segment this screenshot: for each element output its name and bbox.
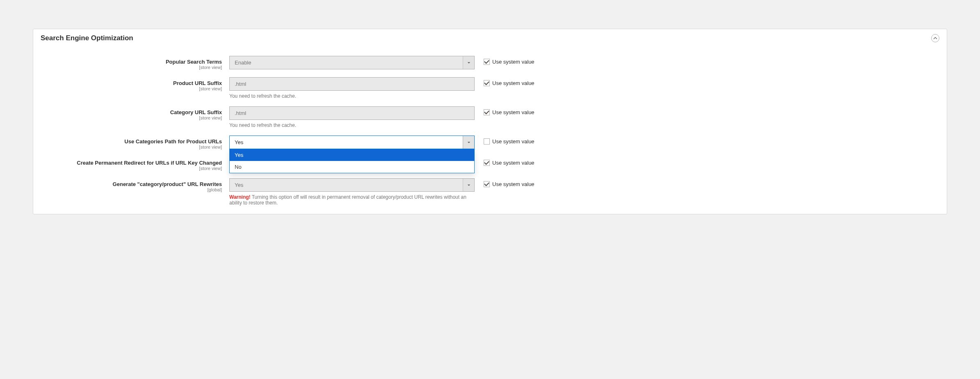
chevron-down-icon: [467, 141, 471, 144]
use-system-label: Use system value: [492, 160, 535, 166]
dropdown-option-no[interactable]: No: [230, 161, 474, 173]
dropdown-list: Yes No: [229, 149, 475, 173]
label-text: Product URL Suffix: [41, 80, 222, 86]
chevron-down-icon: [467, 184, 471, 187]
row-use-categories-path: Use Categories Path for Product URLs [st…: [41, 136, 939, 149]
label-text: Category URL Suffix: [41, 109, 222, 115]
use-system-label: Use system value: [492, 181, 535, 187]
row-create-redirect: Create Permanent Redirect for URLs if UR…: [41, 157, 939, 171]
scope-text: [global]: [41, 187, 222, 192]
field-label: Create Permanent Redirect for URLs if UR…: [41, 157, 229, 171]
dropdown-arrow: [463, 56, 474, 69]
label-text: Create Permanent Redirect for URLs if UR…: [41, 160, 222, 166]
field-control: You need to refresh the cache.: [229, 106, 475, 128]
row-category-url-suffix: Category URL Suffix [store view] You nee…: [41, 106, 939, 128]
chevron-down-icon: [467, 61, 471, 64]
label-text: Use Categories Path for Product URLs: [41, 138, 222, 145]
field-label: Use Categories Path for Product URLs [st…: [41, 136, 229, 149]
seo-panel: Search Engine Optimization Popular Searc…: [33, 29, 947, 214]
label-text: Generate "category/product" URL Rewrites: [41, 181, 222, 187]
field-side: Use system value: [475, 157, 535, 166]
field-side: Use system value: [475, 77, 535, 86]
use-system-label: Use system value: [492, 59, 535, 65]
use-categories-path-select[interactable]: Yes: [229, 136, 475, 149]
warning-body: Turning this option off will result in p…: [229, 194, 466, 206]
use-system-checkbox[interactable]: [484, 59, 490, 65]
select-value: Yes: [230, 139, 463, 145]
panel-title: Search Engine Optimization: [41, 34, 133, 42]
use-system-checkbox[interactable]: [484, 138, 490, 145]
panel-header: Search Engine Optimization: [33, 29, 947, 46]
field-control: You need to refresh the cache.: [229, 77, 475, 99]
row-popular-search-terms: Popular Search Terms [store view] Enable…: [41, 56, 939, 70]
field-label: Product URL Suffix [store view]: [41, 77, 229, 91]
field-label: Generate "category/product" URL Rewrites…: [41, 178, 229, 192]
field-control: Enable: [229, 56, 475, 69]
field-side: Use system value: [475, 136, 535, 145]
field-control: Yes Warning! Turning this option off wil…: [229, 178, 475, 206]
use-system-label: Use system value: [492, 80, 535, 86]
scope-text: [store view]: [41, 145, 222, 149]
warning-text: Warning! Turning this option off will re…: [229, 194, 475, 206]
field-side: Use system value: [475, 56, 535, 65]
dropdown-arrow[interactable]: [463, 136, 474, 149]
scope-text: [store view]: [41, 166, 222, 171]
row-generate-rewrites: Generate "category/product" URL Rewrites…: [41, 178, 939, 206]
scope-text: [store view]: [41, 115, 222, 120]
label-text: Popular Search Terms: [41, 59, 222, 65]
warning-prefix: Warning!: [229, 194, 251, 200]
scope-text: [store view]: [41, 86, 222, 91]
use-system-checkbox[interactable]: [484, 109, 490, 115]
field-label: Category URL Suffix [store view]: [41, 106, 229, 120]
use-system-checkbox[interactable]: [484, 181, 490, 187]
panel-body: Popular Search Terms [store view] Enable…: [33, 46, 947, 214]
category-url-suffix-input: [229, 106, 475, 120]
scope-text: [store view]: [41, 65, 222, 70]
product-url-suffix-input: [229, 77, 475, 91]
field-side: Use system value: [475, 106, 535, 115]
field-label: Popular Search Terms [store view]: [41, 56, 229, 70]
use-system-label: Use system value: [492, 138, 535, 145]
popular-search-terms-select: Enable: [229, 56, 475, 69]
collapse-toggle[interactable]: [931, 34, 939, 42]
use-system-checkbox[interactable]: [484, 160, 490, 166]
hint-text: You need to refresh the cache.: [229, 122, 475, 128]
use-system-label: Use system value: [492, 109, 535, 115]
select-value: Yes: [230, 182, 463, 188]
row-product-url-suffix: Product URL Suffix [store view] You need…: [41, 77, 939, 99]
chevron-up-icon: [933, 36, 937, 40]
dropdown-option-yes[interactable]: Yes: [230, 149, 474, 161]
dropdown-arrow: [463, 179, 474, 191]
field-side: Use system value: [475, 178, 535, 187]
field-control: Yes Yes No: [229, 136, 475, 149]
use-system-checkbox[interactable]: [484, 80, 490, 86]
select-value: Enable: [230, 60, 463, 66]
hint-text: You need to refresh the cache.: [229, 93, 475, 99]
generate-rewrites-select: Yes: [229, 178, 475, 192]
